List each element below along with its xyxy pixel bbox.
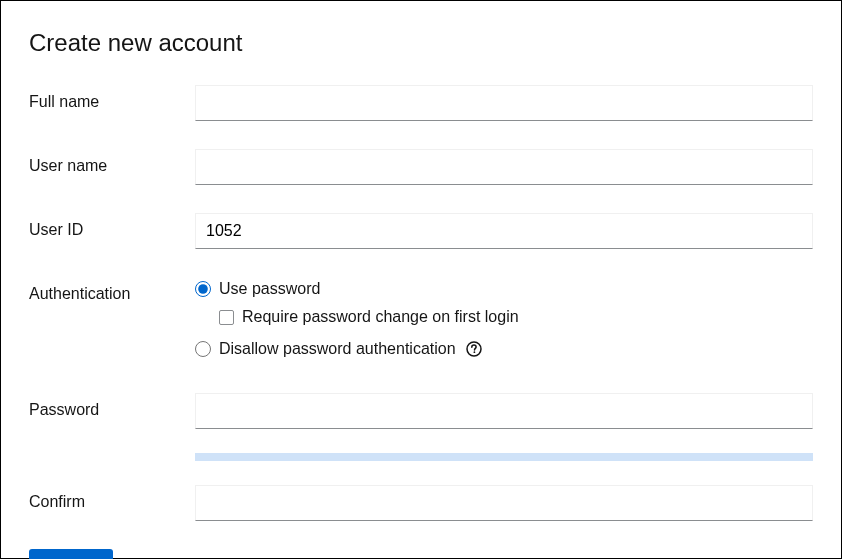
label-use-password: Use password	[219, 280, 320, 298]
radio-use-password[interactable]	[195, 281, 211, 297]
label-full-name: Full name	[29, 85, 195, 111]
help-icon[interactable]	[466, 341, 482, 357]
dialog-actions: Create Cancel	[29, 549, 813, 559]
label-authentication: Authentication	[29, 277, 195, 303]
option-disallow[interactable]: Disallow password authentication	[195, 337, 813, 361]
row-password-strength	[29, 437, 813, 461]
confirm-input[interactable]	[195, 485, 813, 521]
user-id-input[interactable]	[195, 213, 813, 249]
user-name-input[interactable]	[195, 149, 813, 185]
label-user-id: User ID	[29, 213, 195, 239]
label-require-change: Require password change on first login	[242, 308, 519, 326]
option-require-change[interactable]: Require password change on first login	[219, 305, 813, 329]
row-user-id: User ID	[29, 213, 813, 249]
row-password: Password	[29, 393, 813, 429]
row-confirm: Confirm	[29, 485, 813, 521]
label-password: Password	[29, 393, 195, 419]
label-disallow: Disallow password authentication	[219, 340, 456, 358]
dialog-title: Create new account	[29, 29, 813, 57]
radio-disallow[interactable]	[195, 341, 211, 357]
row-full-name: Full name	[29, 85, 813, 121]
create-button[interactable]: Create	[29, 549, 113, 559]
password-strength-bar	[195, 453, 813, 461]
row-authentication: Authentication Use password Require pass…	[29, 277, 813, 365]
label-user-name: User name	[29, 149, 195, 175]
checkbox-require-change[interactable]	[219, 310, 234, 325]
password-input[interactable]	[195, 393, 813, 429]
label-confirm: Confirm	[29, 485, 195, 511]
row-user-name: User name	[29, 149, 813, 185]
full-name-input[interactable]	[195, 85, 813, 121]
option-use-password[interactable]: Use password	[195, 277, 813, 301]
create-account-dialog: Create new account Full name User name U…	[0, 0, 842, 559]
svg-point-1	[473, 351, 475, 353]
